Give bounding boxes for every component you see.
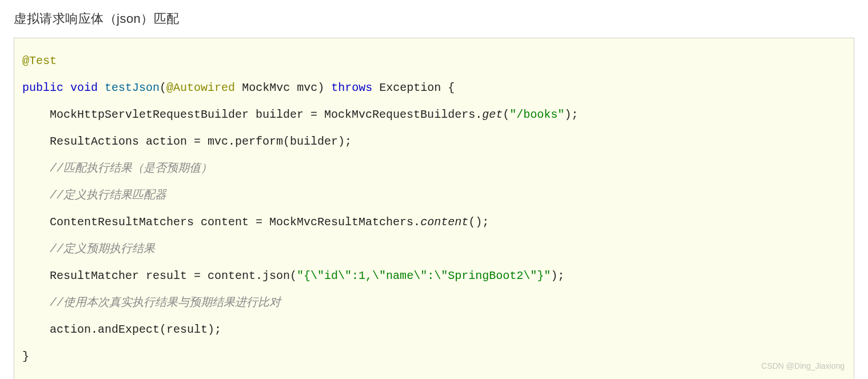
text-token: MockHttpServletRequestBuilder builder = … [50, 108, 482, 121]
code-line-3: MockHttpServletRequestBuilder builder = … [22, 101, 846, 128]
text-token: ); [564, 108, 578, 121]
italic-call-token: content [420, 216, 468, 229]
section-heading: 虚拟请求响应体（json）匹配 [14, 10, 854, 27]
text-token: ( [160, 81, 166, 94]
text-token: MockMvc mvc) [235, 81, 331, 94]
code-line-6: //定义执行结果匹配器 [22, 182, 846, 209]
code-line-12: } [22, 343, 846, 370]
text-token: Exception { [372, 81, 455, 94]
method-name-token: testJson [105, 81, 160, 94]
comment-token: //定义预期执行结果 [50, 242, 155, 256]
indent [22, 323, 50, 336]
code-line-10: //使用本次真实执行结果与预期结果进行比对 [22, 289, 846, 316]
text-token: ( [503, 108, 509, 121]
indent [22, 162, 50, 175]
comment-token: //匹配执行结果（是否预期值） [50, 162, 212, 175]
italic-call-token: get [482, 108, 503, 121]
text-token: ResultActions action = mvc.perform(build… [50, 135, 352, 148]
code-line-11: action.andExpect(result); [22, 316, 846, 343]
text-token: (); [468, 216, 489, 229]
text-token: action.andExpect(result); [50, 323, 221, 336]
text-token: ResultMatcher result = content.json( [50, 269, 297, 282]
code-line-9: ResultMatcher result = content.json("{\"… [22, 262, 846, 289]
indent [22, 189, 50, 202]
code-line-8: //定义预期执行结果 [22, 236, 846, 262]
indent [22, 296, 50, 309]
watermark-text: CSDN @Ding_Jiaxiong [761, 357, 845, 376]
text-token: ContentResultMatchers content = MockMvcR… [50, 216, 420, 229]
string-token: "/books" [509, 108, 564, 121]
indent [22, 216, 50, 229]
keyword-token: public [22, 81, 63, 94]
string-token: "{\"id\":1,\"name\":\"SpringBoot2\"}" [297, 269, 551, 282]
keyword-token: throws [331, 81, 372, 94]
code-line-1: @Test [22, 47, 846, 74]
indent [22, 242, 50, 256]
code-line-2: public void testJson(@Autowired MockMvc … [22, 74, 846, 101]
indent [22, 269, 50, 282]
text-token: } [22, 350, 29, 363]
indent [22, 135, 50, 148]
code-block: @Testpublic void testJson(@Autowired Moc… [14, 38, 854, 379]
code-line-7: ContentResultMatchers content = MockMvcR… [22, 209, 846, 236]
code-line-5: //匹配执行结果（是否预期值） [22, 155, 846, 182]
annotation-token: @Test [22, 54, 57, 67]
indent [22, 108, 50, 121]
annotation-token: @Autowired [166, 81, 235, 94]
text-token: ); [551, 269, 564, 282]
keyword-token: void [70, 81, 98, 94]
comment-token: //使用本次真实执行结果与预期结果进行比对 [50, 296, 281, 309]
comment-token: //定义执行结果匹配器 [50, 189, 166, 202]
code-line-4: ResultActions action = mvc.perform(build… [22, 128, 846, 155]
